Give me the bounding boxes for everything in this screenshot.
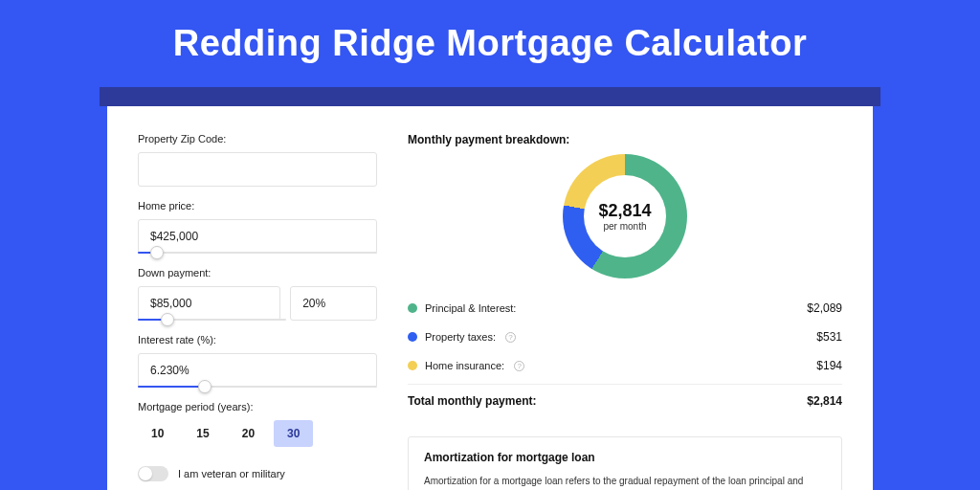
amortization-text: Amortization for a mortgage loan refers …: [424, 474, 826, 490]
period-label: Mortgage period (years):: [138, 401, 377, 412]
amortization-panel: Amortization for mortgage loan Amortizat…: [408, 436, 842, 490]
legend-value: $194: [816, 359, 842, 372]
donut-chart: $2,814 per month: [563, 154, 687, 278]
home-price-label: Home price:: [138, 200, 377, 212]
veteran-label: I am veteran or military: [178, 468, 285, 479]
legend-dot: [408, 332, 417, 342]
period-option-10[interactable]: 10: [138, 420, 177, 447]
total-label: Total monthly payment:: [408, 394, 536, 408]
form-column: Property Zip Code: Home price: Down paym…: [138, 133, 377, 470]
down-payment-input[interactable]: [138, 286, 280, 321]
donut-sublabel: per month: [603, 221, 646, 232]
donut-center: $2,814 per month: [584, 175, 666, 257]
interest-label: Interest rate (%):: [138, 334, 377, 345]
legend-label: Home insurance:: [425, 360, 504, 371]
legend-label: Principal & Interest:: [425, 302, 516, 314]
legend-dot: [408, 303, 417, 313]
period-group: Mortgage period (years): 10152030: [138, 401, 377, 447]
interest-input[interactable]: [138, 353, 377, 388]
legend-value: $531: [816, 330, 842, 344]
interest-group: Interest rate (%):: [138, 334, 377, 388]
breakdown-title: Monthly payment breakdown:: [408, 133, 842, 146]
veteran-toggle[interactable]: [138, 466, 168, 481]
donut-chart-wrap: $2,814 per month: [408, 154, 842, 278]
down-payment-label: Down payment:: [138, 267, 377, 278]
zip-field-group: Property Zip Code:: [138, 133, 377, 187]
down-payment-group: Down payment:: [138, 267, 377, 321]
total-value: $2,814: [807, 394, 842, 408]
legend-row: Principal & Interest:$2,089: [408, 294, 842, 323]
interest-slider[interactable]: [138, 386, 377, 388]
down-payment-pct-input[interactable]: [290, 286, 377, 321]
help-icon[interactable]: ?: [514, 361, 524, 371]
amortization-title: Amortization for mortgage loan: [424, 451, 826, 464]
zip-input[interactable]: [138, 152, 377, 187]
home-price-input[interactable]: [138, 219, 377, 254]
slider-thumb[interactable]: [198, 380, 212, 393]
legend-list: Principal & Interest:$2,089Property taxe…: [408, 294, 842, 380]
home-price-group: Home price:: [138, 200, 377, 254]
legend-row: Property taxes:?$531: [408, 323, 842, 351]
down-payment-slider[interactable]: [138, 319, 286, 321]
zip-label: Property Zip Code:: [138, 133, 377, 145]
veteran-toggle-row: I am veteran or military: [138, 466, 377, 481]
period-option-20[interactable]: 20: [229, 420, 268, 447]
donut-amount: $2,814: [598, 201, 651, 221]
legend-row: Home insurance:?$194: [408, 351, 842, 380]
slider-thumb[interactable]: [150, 246, 164, 259]
page-title: Redding Ridge Mortgage Calculator: [0, 0, 980, 87]
calculator-card: Property Zip Code: Home price: Down paym…: [107, 106, 873, 490]
help-icon[interactable]: ?: [505, 332, 516, 343]
home-price-slider[interactable]: [138, 252, 377, 254]
toggle-knob: [139, 467, 152, 480]
breakdown-column: Monthly payment breakdown: $2,814 per mo…: [408, 133, 842, 470]
period-option-15[interactable]: 15: [183, 420, 222, 447]
slider-thumb[interactable]: [161, 313, 174, 326]
legend-label: Property taxes:: [425, 331, 496, 343]
period-option-30[interactable]: 30: [274, 420, 313, 447]
total-row: Total monthly payment: $2,814: [408, 384, 842, 417]
accent-bar: [100, 87, 880, 106]
legend-dot: [408, 361, 417, 370]
legend-value: $2,089: [807, 301, 842, 315]
